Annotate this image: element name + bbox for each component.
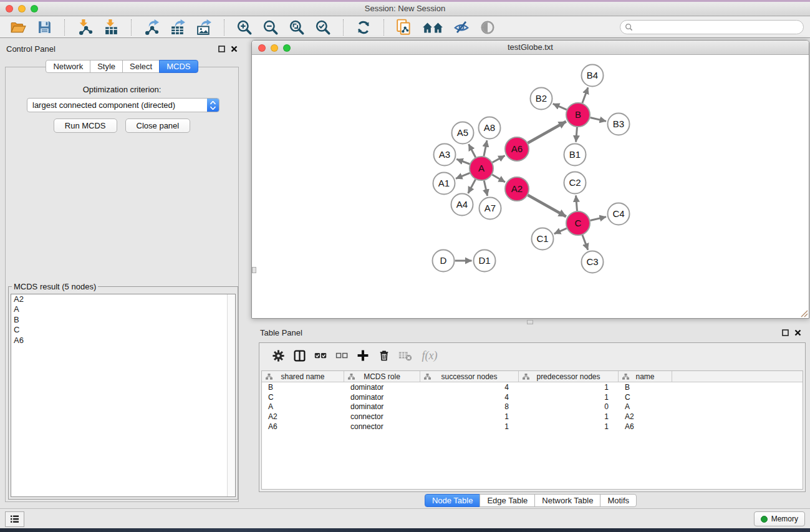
node-B[interactable]: B: [566, 103, 590, 127]
network-minimize-button[interactable]: [271, 44, 278, 52]
edge-A-A1[interactable]: [456, 173, 470, 178]
cell-successor-nodes[interactable]: 1: [420, 422, 519, 431]
result-item[interactable]: A: [11, 304, 235, 314]
network-close-button[interactable]: [258, 44, 266, 52]
delete-table-icon[interactable]: [395, 345, 416, 366]
edge-C-C2[interactable]: [576, 195, 577, 211]
select-all-icon[interactable]: [310, 345, 331, 366]
add-column-icon[interactable]: [352, 345, 374, 366]
edge-C-C3[interactable]: [582, 235, 588, 250]
edge-C-C1[interactable]: [554, 228, 567, 234]
import-table-icon[interactable]: [101, 17, 121, 37]
cell-name[interactable]: A6: [619, 422, 672, 431]
node-A5[interactable]: A5: [452, 122, 474, 144]
table-settings-icon[interactable]: [268, 345, 289, 366]
table-row[interactable]: Cdominator41C: [262, 392, 803, 402]
cell-predecessor-nodes[interactable]: 1: [519, 393, 619, 402]
cell-successor-nodes[interactable]: 1: [420, 412, 519, 421]
cell-name[interactable]: A: [619, 402, 672, 411]
node-B4[interactable]: B4: [582, 65, 604, 87]
run-mcds-button[interactable]: Run MCDS: [54, 118, 117, 133]
close-panel-icon[interactable]: [231, 46, 238, 52]
float-panel-icon[interactable]: [218, 46, 225, 52]
close-panel-button[interactable]: Close panel: [125, 118, 191, 133]
edge-A-A8[interactable]: [484, 140, 487, 156]
node-D[interactable]: D: [433, 250, 455, 272]
edge-C-C4[interactable]: [590, 217, 606, 221]
zoom-out-icon[interactable]: [261, 17, 281, 37]
column-header-predecessor-nodes[interactable]: predecessor nodes: [519, 371, 619, 382]
zoom-selected-icon[interactable]: [313, 17, 333, 37]
tab-edge-table[interactable]: Edge Table: [480, 494, 535, 507]
deselect-all-icon[interactable]: [331, 345, 352, 366]
cell-successor-nodes[interactable]: 8: [420, 402, 519, 411]
cell-MCDS-role[interactable]: connector: [344, 422, 420, 431]
node-A1[interactable]: A1: [433, 173, 455, 195]
network-resize-grip[interactable]: [800, 309, 808, 317]
tab-network[interactable]: Network: [46, 60, 90, 73]
column-header-shared-name[interactable]: shared name: [262, 371, 344, 382]
node-C[interactable]: C: [566, 211, 590, 235]
cell-predecessor-nodes[interactable]: 1: [519, 412, 619, 421]
cell-predecessor-nodes[interactable]: 1: [519, 383, 619, 392]
tab-node-table[interactable]: Node Table: [425, 494, 481, 507]
result-item[interactable]: A6: [11, 336, 235, 346]
node-A[interactable]: A: [470, 157, 493, 180]
table-row[interactable]: Bdominator41B: [262, 382, 803, 392]
export-table-icon[interactable]: [168, 17, 188, 37]
edge-B-B1[interactable]: [576, 127, 577, 142]
table-row[interactable]: A2connector11A2: [262, 412, 803, 422]
export-network-icon[interactable]: [142, 17, 162, 37]
edge-A-A3[interactable]: [456, 159, 470, 164]
table-row[interactable]: A6connector11A6: [262, 422, 803, 432]
refresh-icon[interactable]: [354, 17, 374, 37]
cell-name[interactable]: B: [619, 383, 672, 392]
node-C2[interactable]: C2: [564, 172, 586, 194]
open-session-icon[interactable]: [8, 17, 28, 37]
search-field[interactable]: [620, 20, 804, 34]
delete-column-icon[interactable]: [374, 345, 395, 366]
node-A6[interactable]: A6: [505, 137, 529, 161]
node-A8[interactable]: A8: [479, 117, 501, 139]
network-window-titlebar[interactable]: testGlobe.txt: [252, 41, 809, 55]
close-window-button[interactable]: [6, 5, 13, 12]
network-left-grip[interactable]: [252, 267, 256, 273]
column-header-successor-nodes[interactable]: successor nodes: [420, 371, 519, 382]
cell-shared-name[interactable]: C: [262, 393, 344, 402]
zoom-fit-icon[interactable]: [287, 17, 307, 37]
cell-shared-name[interactable]: B: [262, 383, 344, 392]
maximize-window-button[interactable]: [31, 5, 38, 12]
first-neighbors-icon[interactable]: [420, 17, 445, 37]
hide-selected-icon[interactable]: [451, 17, 471, 37]
tab-motifs[interactable]: Motifs: [600, 494, 637, 507]
cell-shared-name[interactable]: A6: [262, 422, 344, 431]
import-network-icon[interactable]: [75, 17, 95, 37]
node-D1[interactable]: D1: [474, 250, 496, 272]
mcds-result-list[interactable]: A2ABCA6: [11, 294, 236, 497]
cell-MCDS-role[interactable]: connector: [344, 412, 420, 421]
node-A7[interactable]: A7: [480, 198, 501, 220]
column-header-name[interactable]: name: [619, 371, 672, 382]
node-B3[interactable]: B3: [608, 114, 630, 135]
result-item[interactable]: B: [11, 315, 235, 325]
node-C1[interactable]: C1: [532, 228, 554, 250]
cell-predecessor-nodes[interactable]: 0: [519, 402, 619, 411]
node-A4[interactable]: A4: [451, 194, 473, 216]
column-header-MCDS-role[interactable]: MCDS role: [344, 371, 420, 382]
cell-predecessor-nodes[interactable]: 1: [519, 422, 619, 431]
zoom-in-icon[interactable]: [234, 17, 254, 37]
criterion-dropdown[interactable]: largest connected component (directed): [27, 98, 219, 112]
cell-successor-nodes[interactable]: 4: [420, 393, 519, 402]
tab-network-table[interactable]: Network Table: [534, 494, 600, 507]
edge-A-A6[interactable]: [493, 156, 505, 163]
tab-select[interactable]: Select: [122, 60, 160, 73]
clone-network-icon[interactable]: [394, 17, 414, 37]
node-B1[interactable]: B1: [564, 144, 586, 166]
edge-B-B2[interactable]: [553, 104, 567, 110]
edge-A-A5[interactable]: [469, 144, 476, 157]
node-B2[interactable]: B2: [531, 88, 552, 110]
task-history-button[interactable]: [5, 511, 24, 527]
edge-A-A4[interactable]: [468, 180, 476, 193]
edge-A2-C[interactable]: [528, 195, 566, 216]
edge-B-B4[interactable]: [582, 87, 588, 103]
